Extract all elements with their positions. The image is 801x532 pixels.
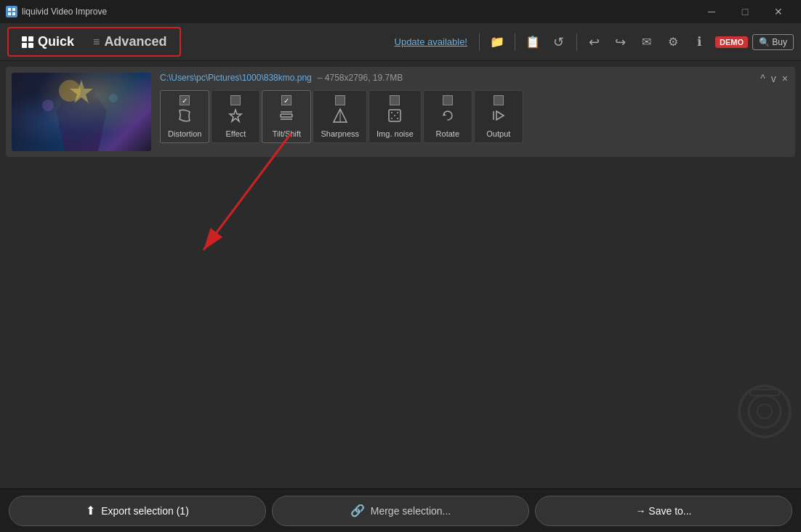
sliders-icon: ≡ [93, 36, 100, 49]
thumbnail-inner [12, 73, 151, 151]
info-button[interactable]: ℹ [688, 31, 711, 54]
merge-label: Merge selection... [371, 505, 451, 517]
filter-icon-sharpness [332, 108, 348, 127]
undo2-icon: ↩ [589, 34, 600, 50]
sep-2 [515, 33, 515, 51]
mode-group: Quick ≡ Advanced [7, 27, 181, 57]
undo-button[interactable]: ↺ [547, 31, 571, 54]
bottom-bar: ⬆ Export selection (1) 🔗 Merge selection… [0, 488, 801, 532]
panel-collapse-button[interactable]: ^ [759, 71, 767, 86]
svg-point-25 [739, 386, 790, 437]
svg-marker-20 [443, 113, 446, 116]
image-path-row: C:\Users\pc\Pictures\1000\838kmo.png – 4… [160, 73, 789, 83]
panel-close-button[interactable]: × [781, 71, 789, 86]
save-label: → Save to... [635, 505, 691, 517]
filter-checkbox-tilt_shift [281, 95, 291, 105]
window-controls: ─ □ ✕ [695, 0, 795, 23]
filter-label-effect: Effect [226, 129, 246, 138]
save-to-button[interactable]: → Save to... [535, 496, 792, 526]
panel-controls: ^ v × [759, 71, 789, 86]
toolbar: Quick ≡ Advanced Update available! 📁 📋 ↺… [0, 23, 801, 61]
svg-point-27 [757, 404, 772, 419]
filter-checkbox-effect [230, 95, 241, 105]
image-path-link[interactable]: C:\Users\pc\Pictures\1000\838kmo.png [160, 73, 312, 83]
sep-3 [576, 33, 577, 51]
filter-label-sharpness: Sharpness [321, 129, 359, 138]
svg-point-6 [109, 94, 118, 102]
update-link[interactable]: Update available! [395, 36, 467, 47]
undo-icon: ↺ [553, 34, 564, 50]
svg-rect-9 [281, 114, 292, 117]
settings-button[interactable]: ⚙ [661, 31, 685, 54]
svg-point-18 [391, 118, 393, 119]
svg-point-15 [391, 112, 393, 113]
advanced-label: Advanced [104, 34, 166, 49]
svg-point-5 [42, 100, 54, 111]
svg-rect-3 [12, 12, 15, 15]
filter-tabs: DistortionEffectTilt/ShiftSharpnessImg. … [160, 90, 789, 143]
folder-icon: 📁 [490, 35, 504, 49]
quick-icon [22, 36, 33, 48]
filter-icon-distortion [177, 108, 193, 127]
filter-label-tilt_shift: Tilt/Shift [273, 129, 301, 138]
title-bar-left: liquivid Video Improve [6, 6, 107, 17]
filter-label-img_noise: Img. noise [377, 129, 414, 138]
image-panel: ^ v × C:\Users\pc\Pictures\1000\838km [6, 67, 795, 157]
app-title: liquivid Video Improve [22, 7, 107, 17]
svg-rect-0 [8, 8, 11, 11]
mail-button[interactable]: ✉ [635, 31, 659, 54]
filter-icon-output [491, 108, 507, 127]
camera-watermark [728, 382, 801, 440]
folder-button[interactable]: 📁 [486, 31, 509, 54]
image-thumbnail[interactable] [12, 73, 151, 151]
filter-tab-sharpness[interactable]: Sharpness [313, 90, 367, 143]
close-button[interactable]: ✕ [762, 0, 795, 23]
filter-tab-output[interactable]: Output [474, 90, 523, 143]
svg-rect-2 [8, 12, 11, 15]
mail-icon: ✉ [642, 35, 651, 49]
filter-icon-img_noise [387, 108, 403, 127]
svg-rect-1 [12, 8, 15, 11]
redo-icon: ↪ [615, 34, 626, 50]
filter-tab-img_noise[interactable]: Img. noise [369, 90, 422, 143]
svg-marker-21 [496, 111, 504, 120]
export-selection-button[interactable]: ⬆ Export selection (1) [9, 496, 266, 526]
export-icon: ⬆ [86, 504, 95, 517]
filter-tab-rotate[interactable]: Rotate [423, 90, 472, 143]
undo2-button[interactable]: ↩ [583, 31, 606, 54]
image-meta: – 4758x2796, 19.7MB [318, 73, 403, 83]
filter-checkbox-output [494, 95, 504, 105]
maximize-button[interactable]: □ [728, 0, 762, 23]
filter-label-distortion: Distortion [168, 129, 201, 138]
filter-icon-effect [228, 108, 243, 127]
export-label: Export selection (1) [101, 505, 189, 517]
filter-label-output: Output [486, 129, 510, 138]
demo-badge: DEMO [715, 36, 748, 48]
filter-checkbox-img_noise [390, 95, 400, 105]
sep-1 [479, 33, 480, 51]
grid-icon [22, 36, 33, 48]
merge-selection-button[interactable]: 🔗 Merge selection... [272, 496, 529, 526]
filter-tab-distortion[interactable]: Distortion [160, 90, 209, 143]
minimize-button[interactable]: ─ [695, 0, 728, 23]
svg-point-16 [394, 115, 395, 116]
filter-icon-rotate [440, 108, 456, 127]
quick-mode-button[interactable]: Quick [16, 31, 80, 52]
filter-tab-effect[interactable]: Effect [211, 90, 260, 143]
filter-checkbox-distortion [180, 95, 190, 105]
main-content: ^ v × C:\Users\pc\Pictures\1000\838km [0, 61, 801, 488]
panel-expand-button[interactable]: v [770, 71, 778, 86]
copy-icon: 📋 [526, 35, 540, 49]
quick-label: Quick [38, 34, 74, 49]
gear-icon: ⚙ [668, 35, 678, 49]
buy-button[interactable]: 🔍 Buy [752, 34, 794, 50]
svg-point-17 [397, 112, 398, 113]
redo-button[interactable]: ↪ [609, 31, 632, 54]
advanced-mode-button[interactable]: ≡ Advanced [87, 31, 172, 52]
filter-label-rotate: Rotate [436, 129, 459, 138]
svg-marker-8 [230, 110, 241, 121]
copy-button[interactable]: 📋 [521, 31, 544, 54]
image-info: C:\Users\pc\Pictures\1000\838kmo.png – 4… [160, 73, 789, 143]
filter-tab-tilt_shift[interactable]: Tilt/Shift [262, 90, 311, 143]
svg-point-26 [749, 395, 781, 427]
